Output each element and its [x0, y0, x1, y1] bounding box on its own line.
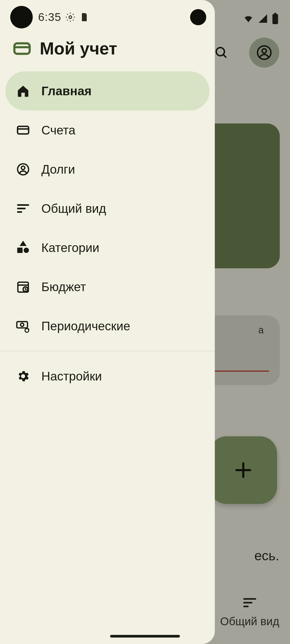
svg-rect-13	[15, 46, 30, 48]
nav-item-recurring[interactable]: Периодические	[5, 306, 209, 346]
wifi-icon	[243, 13, 254, 24]
svg-point-27	[20, 323, 24, 326]
status-bar-left: 6:35	[5, 8, 209, 27]
person-icon	[16, 162, 31, 177]
svg-rect-9	[273, 14, 278, 24]
nav-item-label: Главная	[41, 84, 92, 98]
nav-item-home[interactable]: Главная	[5, 71, 209, 111]
shapes-icon	[16, 240, 31, 255]
sort-icon	[16, 201, 31, 216]
drawer-divider	[0, 351, 215, 351]
sd-card-icon	[79, 12, 89, 22]
nav-item-accounts[interactable]: Счета	[5, 111, 209, 150]
nav-item-label: Счета	[41, 123, 75, 137]
nav-item-label: Настройки	[41, 369, 102, 383]
status-avatar-dot	[10, 6, 33, 28]
navigation-drawer: 6:35 Мой учет Главная Счета Долги Общий	[0, 0, 215, 644]
home-icon	[16, 83, 31, 98]
nav-item-debts[interactable]: Долги	[5, 150, 209, 189]
gear-icon	[16, 369, 31, 384]
nav-item-categories[interactable]: Категории	[5, 228, 209, 267]
svg-rect-21	[18, 248, 22, 252]
status-bar-right	[243, 13, 279, 24]
svg-point-17	[21, 166, 25, 170]
home-indicator[interactable]	[110, 635, 180, 638]
nav-item-label: Периодические	[41, 319, 130, 333]
drawer-title-text: Мой учет	[40, 39, 117, 58]
nav-item-budget[interactable]: Бюджет	[5, 267, 209, 306]
battery-icon	[272, 13, 279, 24]
nav-item-label: Общий вид	[41, 201, 106, 216]
camera-cutout	[190, 9, 206, 25]
svg-rect-12	[15, 43, 30, 54]
nav-item-label: Категории	[41, 240, 99, 255]
card-icon	[16, 123, 31, 138]
svg-rect-14	[17, 126, 28, 134]
settings-sync-icon	[65, 12, 76, 23]
svg-point-22	[24, 248, 28, 252]
drawer-header: Мой учет	[5, 27, 209, 71]
wallet-icon	[12, 39, 32, 58]
svg-rect-10	[274, 13, 276, 14]
svg-point-11	[69, 16, 72, 19]
calendar-icon	[16, 279, 31, 294]
recurring-icon	[16, 319, 31, 334]
signal-icon	[258, 13, 268, 24]
status-time: 6:35	[38, 11, 61, 24]
nav-item-overview[interactable]: Общий вид	[5, 189, 209, 228]
nav-item-settings[interactable]: Настройки	[5, 357, 209, 396]
nav-item-label: Бюджет	[41, 280, 86, 294]
nav-item-label: Долги	[41, 162, 75, 177]
